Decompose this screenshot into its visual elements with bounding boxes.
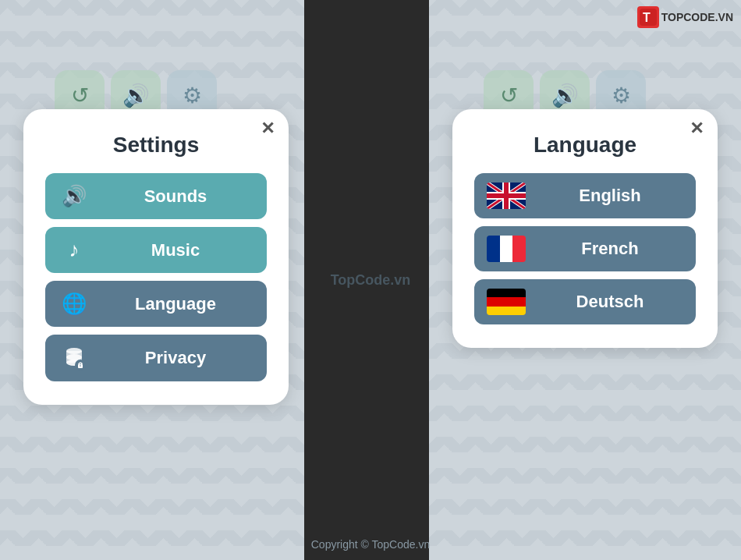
logo-icon: T xyxy=(637,6,659,28)
music-label: Music xyxy=(100,240,251,261)
music-icon: ♪ xyxy=(61,238,87,262)
language-icon: 🌐 xyxy=(61,292,87,316)
sounds-icon: 🔊 xyxy=(61,184,87,208)
sounds-button[interactable]: 🔊 Sounds xyxy=(45,173,267,219)
settings-title: Settings xyxy=(45,133,267,158)
privacy-button[interactable]: Privacy xyxy=(45,335,267,381)
language-title: Language xyxy=(474,133,696,158)
svg-point-9 xyxy=(80,365,81,367)
de-yellow-stripe xyxy=(487,307,526,315)
privacy-label: Privacy xyxy=(100,348,251,368)
center-divider xyxy=(304,0,429,560)
privacy-icon xyxy=(61,346,87,370)
language-close-button[interactable]: ✕ xyxy=(690,120,704,137)
svg-rect-18 xyxy=(487,193,526,198)
sounds-label: Sounds xyxy=(100,186,251,207)
uk-flag xyxy=(487,183,526,209)
fr-flag xyxy=(487,236,526,262)
copyright-text: Copyright © TopCode.vn xyxy=(0,538,741,551)
fr-white-stripe xyxy=(500,236,513,262)
topcode-logo: T TOPCODE.VN xyxy=(637,6,733,28)
settings-panel: ✕ Settings 🔊 Sounds ♪ Music 🌐 Language xyxy=(23,109,289,405)
settings-close-button[interactable]: ✕ xyxy=(261,120,275,137)
language-label: Language xyxy=(100,294,251,314)
fr-blue-stripe xyxy=(487,236,500,262)
logo-text: TOPCODE.VN xyxy=(661,11,733,23)
svg-text:T: T xyxy=(643,11,651,24)
french-label: French xyxy=(537,239,683,259)
de-flag xyxy=(487,289,526,315)
music-button[interactable]: ♪ Music xyxy=(45,227,267,273)
deutsch-button[interactable]: Deutsch xyxy=(474,279,696,324)
language-panel: ✕ Language English xyxy=(452,109,718,348)
french-button[interactable]: French xyxy=(474,226,696,271)
de-black-stripe xyxy=(487,289,526,297)
de-red-stripe xyxy=(487,297,526,306)
deutsch-label: Deutsch xyxy=(537,292,683,312)
fr-red-stripe xyxy=(512,236,526,262)
english-button[interactable]: English xyxy=(474,173,696,218)
english-label: English xyxy=(537,186,683,206)
language-button[interactable]: 🌐 Language xyxy=(45,281,267,327)
